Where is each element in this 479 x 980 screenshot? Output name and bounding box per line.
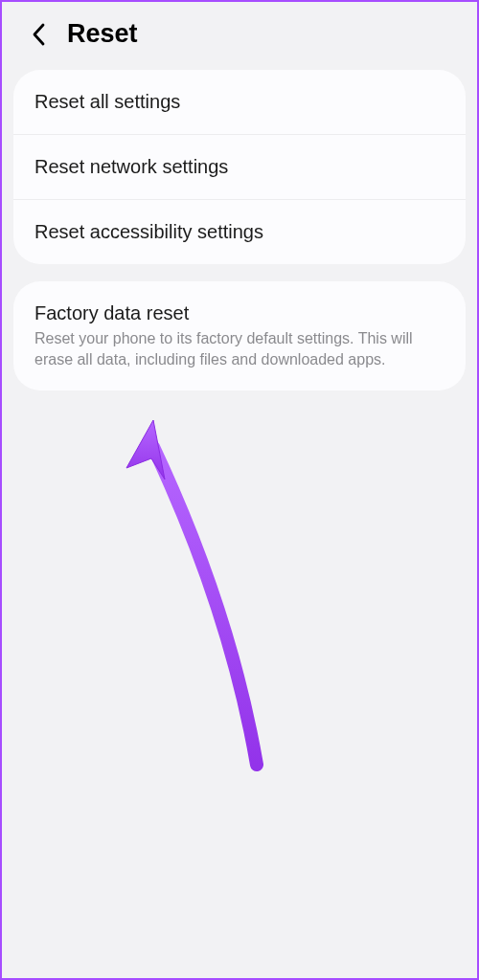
item-title: Reset network settings xyxy=(34,156,445,178)
reset-all-settings-item[interactable]: Reset all settings xyxy=(13,70,466,135)
item-title: Factory data reset xyxy=(34,302,445,324)
factory-data-reset-item[interactable]: Factory data reset Reset your phone to i… xyxy=(13,281,466,390)
factory-reset-group: Factory data reset Reset your phone to i… xyxy=(13,281,466,390)
annotation-arrow-icon xyxy=(115,418,278,781)
item-title: Reset all settings xyxy=(34,91,445,113)
reset-options-group: Reset all settings Reset network setting… xyxy=(13,70,466,264)
back-icon[interactable] xyxy=(29,24,50,45)
reset-network-settings-item[interactable]: Reset network settings xyxy=(13,135,466,200)
reset-accessibility-settings-item[interactable]: Reset accessibility settings xyxy=(13,200,466,264)
item-description: Reset your phone to its factory default … xyxy=(34,328,445,369)
header: Reset xyxy=(2,2,477,66)
item-title: Reset accessibility settings xyxy=(34,221,445,243)
page-title: Reset xyxy=(67,19,138,49)
